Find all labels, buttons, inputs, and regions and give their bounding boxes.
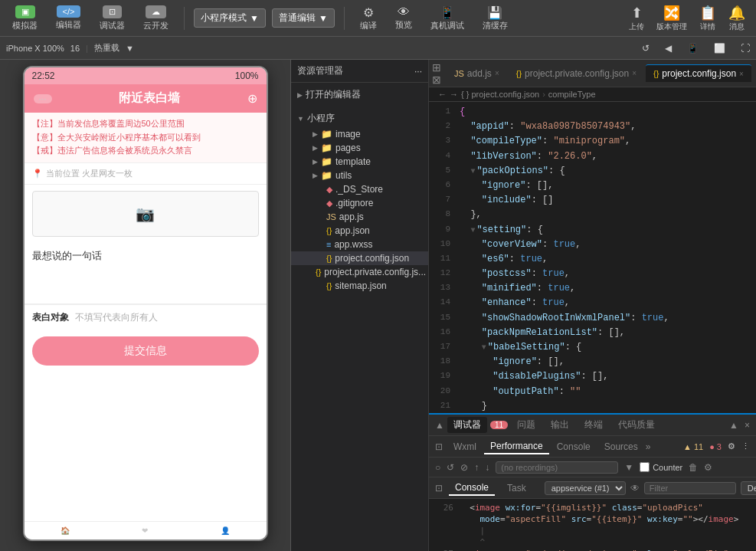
back-icon[interactable]: ◀ [665,43,672,54]
nav-person[interactable]: 👤 [221,526,230,535]
devtab-sources[interactable]: Sources [598,440,644,454]
compile-btn[interactable]: ⚙ 编译 [354,4,383,33]
upload-btn[interactable]: ⬆ 上传 [624,3,649,34]
file-app-wxss[interactable]: ≡ app.wxss [291,238,428,251]
refresh-icon[interactable]: ↺ [447,462,454,473]
code-line: 19 "disablePlugins": [], [429,369,756,384]
menu-icon[interactable]: ⊕ [247,91,257,106]
folder-utils[interactable]: ▶ 📁 utils [291,169,428,182]
settings-icon2[interactable]: ⚙ [704,462,712,473]
nav-home[interactable]: 🏠 [61,526,70,535]
fullscreen-icon[interactable]: ⛶ [741,43,750,54]
folder-icon: 📁 [321,156,332,167]
editor-btn[interactable]: </> 编辑器 [50,4,87,32]
nav-heart[interactable]: ❤ [142,526,148,535]
camera-icon: 📷 [136,205,155,223]
refresh-icon[interactable]: ↺ [642,43,650,54]
folder-pages[interactable]: ▶ 📁 pages [291,141,428,155]
console-toggle[interactable]: ⊡ [435,483,443,494]
debugger-icon[interactable]: ⊡ [103,5,122,18]
file-project-private[interactable]: {} project.private.config.js... [291,265,428,279]
file-app-js[interactable]: JS app.js [291,210,428,224]
mode-arrow[interactable]: ▼ [126,44,134,53]
settings-icon[interactable]: ⚙ [728,441,735,451]
devtools-toggle[interactable]: ⊡ [435,441,443,452]
file-tree-title: 资源管理器 [297,64,343,77]
counter-checkbox[interactable] [640,462,650,472]
tab-close-config[interactable]: × [739,70,744,78]
upload-image-area[interactable]: 📷 [32,191,259,237]
code-editor[interactable]: 1 { 2 "appid": "wxa8a0987b85074943", 3 "… [429,102,756,413]
phone-icon[interactable]: 📱 [687,43,699,54]
miniapp-toggle[interactable]: ▼ 小程序 [291,110,428,127]
debugger-btn[interactable]: ⊡ 调试器 [93,4,131,33]
devtab-performance[interactable]: Performance [484,439,549,454]
breadcrumb-back[interactable]: ← [438,90,447,99]
panel-close[interactable]: × [745,420,750,431]
file-project-config[interactable]: {} project.config.json [291,251,428,265]
eye-icon[interactable]: 👁 [630,483,640,494]
panel-up[interactable]: ▲ [729,420,738,431]
arrow-up-icon[interactable]: ↑ [474,462,479,473]
hot-reload-mode[interactable]: 热重载 [94,42,119,54]
tab-terminal[interactable]: 终端 [578,417,609,433]
level-select[interactable]: Default levels [741,481,756,495]
dropdown-arrow3[interactable]: ▼ [624,462,633,473]
folder-template[interactable]: ▶ 📁 template [291,155,428,169]
tab-problems[interactable]: 问题 [511,417,542,433]
right-side: ⊡ ☆ ⊞ ⊠ ↙ ⊛ JS add.js × {} project.priva… [429,60,756,551]
editor-icon[interactable]: </> [57,5,81,18]
tab-project-config[interactable]: {} project.config.json × [646,64,751,82]
file-gitignore[interactable]: ◆ .gitignore [291,196,428,210]
tab-close-add-js[interactable]: × [495,69,499,77]
devtab-wxml[interactable]: Wxml [447,440,483,454]
dot-icon: ··· [34,94,52,103]
more-devtools[interactable]: » [646,441,651,452]
simulator-icon[interactable]: ▣ [15,5,35,18]
detail-btn[interactable]: 📋 详情 [695,3,721,34]
circle-icon[interactable]: ○ [435,462,440,473]
open-editors-toggle[interactable]: ▶ 打开的编辑器 [291,86,428,103]
folder-image[interactable]: ▶ 📁 image [291,127,428,141]
tab-code-quality[interactable]: 代码质量 [612,417,661,433]
devtab-console[interactable]: Console [551,440,597,454]
console-filter[interactable] [644,482,736,494]
tab-output[interactable]: 输出 [545,417,575,433]
version-btn[interactable]: 🔀 版本管理 [652,3,692,34]
file-ds-store[interactable]: ◆ ._DS_Store [291,182,428,196]
clear-cache-btn[interactable]: 💾 清缓存 [476,4,514,33]
tablet-icon[interactable]: ⬜ [714,43,725,54]
edit-dropdown[interactable]: 普通编辑 ▼ [272,8,335,28]
trash-icon[interactable]: 🗑 [689,462,698,473]
notification-btn[interactable]: 🔔 消息 [724,3,750,34]
console-tab-console[interactable]: Console [449,480,495,496]
tab-debugger[interactable]: 调试器 [447,417,487,433]
file-app-json[interactable]: {} app.json [291,224,428,238]
panel-toggle[interactable]: ▲ [435,420,444,431]
tab-project-private[interactable]: {} project.private.config.json × [509,65,644,82]
preview-btn[interactable]: 👁 预览 [389,4,418,32]
service-select[interactable]: appservice (#1) [545,481,626,495]
breadcrumb-forward[interactable]: → [450,90,458,99]
chevron-icon2: ▼ [297,115,304,123]
tab-add-js[interactable]: JS add.js × [447,65,507,82]
file-tree-more[interactable]: ··· [414,66,422,77]
real-device-btn[interactable]: 📱 真机调试 [424,4,470,33]
more-icon[interactable]: ⋮ [741,441,750,451]
mode-dropdown[interactable]: 小程序模式 ▼ [194,8,266,28]
phone-time: 22:52 [32,71,55,81]
console-tab-task[interactable]: Task [501,481,532,495]
target-label: 表白对象 [32,311,69,324]
tab-icons-left[interactable]: ⊡ ☆ ⊞ ⊠ ↙ ⊛ [432,60,442,87]
file-sitemap[interactable]: {} sitemap.json [291,279,428,293]
cloud-btn[interactable]: ☁ 云开发 [137,4,175,33]
simulator-btn[interactable]: ▣ 模拟器 [6,4,44,33]
submit-button[interactable]: 提交信息 [32,336,259,366]
arrow-down-icon[interactable]: ↓ [485,462,489,473]
tab-close-private[interactable]: × [632,69,637,77]
devtools-tabs: ⊡ Wxml Performance Console Sources » ▲ 1… [429,436,756,458]
cloud-icon[interactable]: ☁ [146,5,166,18]
recordings-filter[interactable] [496,461,618,474]
prohibited-icon[interactable]: ⊘ [460,462,468,473]
notice-section: 【注】当前发信息将覆盖周边50公里范围 【意】全大兴安岭附近小程序基本都可以看到… [25,113,267,163]
